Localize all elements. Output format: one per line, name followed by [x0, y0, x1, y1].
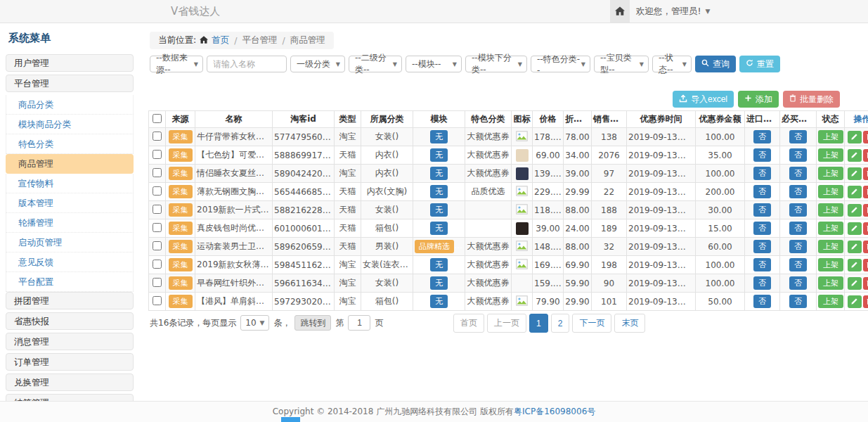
status-button[interactable]: 上架	[818, 258, 843, 271]
imported-toggle-button[interactable]: 否	[753, 222, 771, 235]
row-checkbox[interactable]	[153, 223, 162, 232]
row-checkbox[interactable]	[153, 205, 162, 214]
row-checkbox[interactable]	[153, 241, 162, 250]
sidebar-item-express-news[interactable]: 省惠快报	[6, 312, 134, 330]
imported-toggle-button[interactable]: 否	[753, 203, 771, 217]
must-buy-toggle-button[interactable]: 否	[789, 295, 807, 308]
home-button[interactable]	[610, 0, 630, 23]
icp-link[interactable]: 粤ICP备16098006号	[514, 406, 595, 418]
must-buy-toggle-button[interactable]: 否	[789, 167, 807, 180]
filter-select-level2-category[interactable]: --二级分类--▼	[349, 56, 402, 72]
must-buy-toggle-button[interactable]: 否	[789, 130, 807, 143]
filter-select-item-type[interactable]: --宝贝类型--▼	[594, 56, 649, 72]
row-checkbox[interactable]	[153, 186, 162, 196]
status-button[interactable]: 上架	[818, 276, 843, 290]
add-button[interactable]: 添加	[738, 91, 779, 108]
row-checkbox[interactable]	[153, 150, 162, 159]
sidebar-item-carousel-management[interactable]: 轮播管理	[6, 213, 134, 233]
sidebar-item-user-management[interactable]: 用户管理	[6, 54, 134, 72]
must-buy-toggle-button[interactable]: 否	[789, 222, 807, 235]
must-buy-toggle-button[interactable]: 否	[789, 276, 807, 290]
row-checkbox[interactable]	[153, 278, 162, 287]
delete-button[interactable]	[863, 204, 868, 217]
per-page-select[interactable]: 10 ▼	[240, 315, 269, 331]
imported-toggle-button[interactable]: 否	[753, 295, 771, 308]
status-button[interactable]: 上架	[818, 240, 843, 253]
sidebar-item-goods-management[interactable]: 商品管理	[6, 154, 134, 174]
status-button[interactable]: 上架	[818, 295, 843, 308]
edit-button[interactable]	[848, 295, 862, 308]
filter-select-module-subcategory[interactable]: --模块下分类--▼	[465, 56, 527, 72]
must-buy-toggle-button[interactable]: 否	[789, 240, 807, 253]
edit-button[interactable]	[848, 277, 862, 290]
status-button[interactable]: 上架	[818, 222, 843, 235]
status-button[interactable]: 上架	[818, 130, 843, 143]
edit-button[interactable]	[848, 204, 862, 217]
imported-toggle-button[interactable]: 否	[753, 167, 771, 180]
imported-toggle-button[interactable]: 否	[753, 130, 771, 143]
page-button-1[interactable]: 1	[529, 314, 548, 333]
page-button-末页[interactable]: 末页	[614, 314, 645, 333]
sidebar-item-promo-material[interactable]: 宣传物料	[6, 174, 134, 193]
sidebar-item-exchange-management[interactable]: 兑换管理	[6, 373, 134, 391]
delete-button[interactable]	[863, 186, 868, 198]
status-button[interactable]: 上架	[818, 203, 843, 217]
edit-button[interactable]	[848, 131, 862, 143]
edit-button[interactable]	[848, 259, 862, 271]
sidebar-item-message-management[interactable]: 消息管理	[6, 333, 134, 350]
sidebar-item-goods-category[interactable]: 商品分类	[6, 95, 134, 115]
row-checkbox[interactable]	[153, 260, 162, 269]
page-button-上一页[interactable]: 上一页	[487, 314, 526, 333]
query-button[interactable]: 查询	[695, 56, 736, 72]
status-button[interactable]: 上架	[818, 167, 843, 180]
delete-button[interactable]	[863, 222, 868, 235]
page-number-input[interactable]	[348, 315, 370, 331]
page-button-首页[interactable]: 首页	[453, 314, 484, 333]
edit-button[interactable]	[848, 241, 862, 253]
imported-toggle-button[interactable]: 否	[753, 258, 771, 271]
jump-button[interactable]: 跳转到	[294, 315, 331, 331]
delete-button[interactable]	[863, 149, 868, 162]
must-buy-toggle-button[interactable]: 否	[789, 258, 807, 271]
filter-select-module[interactable]: --模块--▼	[406, 56, 462, 72]
edit-button[interactable]	[848, 186, 862, 198]
sidebar-item-order-management[interactable]: 订单管理	[6, 353, 134, 371]
import-excel-button[interactable]: 导入excel	[673, 91, 734, 108]
status-button[interactable]: 上架	[818, 185, 843, 198]
user-menu[interactable]: 欢迎您，管理员! ▼	[636, 0, 710, 23]
filter-name-input[interactable]	[207, 56, 287, 72]
sidebar-item-feature-category[interactable]: 特色分类	[6, 134, 134, 154]
sidebar-item-feedback[interactable]: 意见反馈	[6, 252, 134, 272]
delete-button[interactable]	[863, 259, 868, 271]
must-buy-toggle-button[interactable]: 否	[789, 148, 807, 162]
imported-toggle-button[interactable]: 否	[753, 148, 771, 162]
sidebar-item-version-management[interactable]: 版本管理	[6, 193, 134, 213]
select-all-checkbox[interactable]	[153, 114, 162, 123]
edit-button[interactable]	[848, 167, 862, 180]
edit-button[interactable]	[848, 222, 862, 235]
batch-delete-button[interactable]: 批量删除	[783, 91, 840, 108]
row-checkbox[interactable]	[153, 168, 162, 177]
delete-button[interactable]	[863, 295, 868, 308]
delete-button[interactable]	[863, 241, 868, 253]
imported-toggle-button[interactable]: 否	[753, 185, 771, 198]
sidebar-item-platform-management[interactable]: 平台管理	[6, 75, 134, 92]
sidebar-item-platform-config[interactable]: 平台配置	[6, 272, 134, 292]
imported-toggle-button[interactable]: 否	[753, 276, 771, 290]
row-checkbox[interactable]	[153, 296, 162, 305]
page-button-下一页[interactable]: 下一页	[572, 314, 611, 333]
breadcrumb-home-link[interactable]: 首页	[212, 34, 229, 46]
imported-toggle-button[interactable]: 否	[753, 240, 771, 253]
delete-button[interactable]	[863, 131, 868, 143]
edit-button[interactable]	[848, 149, 862, 162]
status-button[interactable]: 上架	[818, 148, 843, 162]
must-buy-toggle-button[interactable]: 否	[789, 185, 807, 198]
reset-button[interactable]: 重置	[739, 56, 780, 72]
must-buy-toggle-button[interactable]: 否	[789, 203, 807, 217]
filter-select-feature-category[interactable]: --特色分类--▼	[531, 56, 590, 72]
row-checkbox[interactable]	[153, 132, 162, 141]
filter-select-level1-category[interactable]: 一级分类▼	[290, 56, 345, 72]
filter-select-status[interactable]: --状态--▼	[652, 56, 692, 72]
sidebar-item-module-goods-category[interactable]: 模块商品分类	[6, 115, 134, 134]
filter-select-data-source[interactable]: --数据来源--▼	[150, 56, 203, 72]
